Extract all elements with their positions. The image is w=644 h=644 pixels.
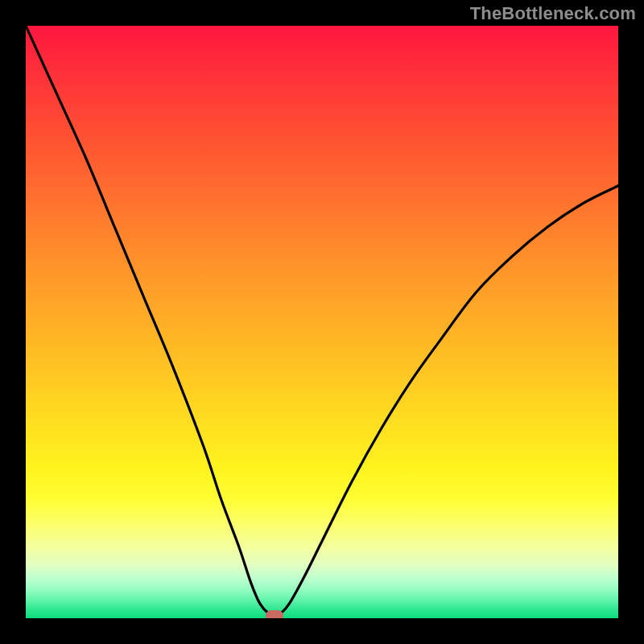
minimum-marker bbox=[266, 610, 283, 618]
chart-frame: TheBottleneck.com bbox=[0, 0, 644, 644]
bottleneck-curve bbox=[26, 26, 618, 618]
plot-area bbox=[26, 26, 618, 618]
watermark-text: TheBottleneck.com bbox=[470, 3, 636, 24]
